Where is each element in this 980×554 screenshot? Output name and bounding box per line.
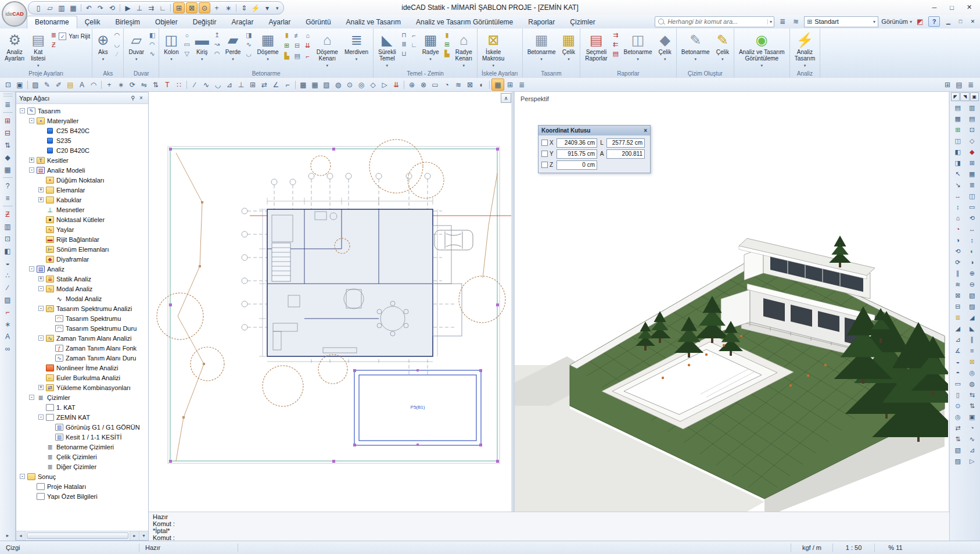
draw-tool-icon[interactable]: ◍ [332,79,344,90]
small-tool-icon[interactable]: ∿ [244,40,253,49]
draw-tool-icon[interactable]: ≣ [965,79,977,90]
draw-tool-icon[interactable]: ⊡ [2,79,14,90]
right-tool-icon[interactable]: ▭ [951,378,965,389]
status-unit[interactable]: kgf / m [791,544,832,552]
perde[interactable]: ▰Perde▾ [222,29,244,70]
app-logo-icon[interactable]: ideCAD [2,1,27,27]
right-tool-icon[interactable]: ⟲ [951,246,965,256]
right-tool-icon[interactable]: ▧ [965,290,979,301]
tree-item[interactable]: -▤Analiz Modeli [17,165,148,175]
mdi-close-button[interactable]: ✕ [967,17,978,27]
right-tool-icon[interactable]: ∥ [965,334,979,345]
close-button[interactable]: ✕ [961,2,977,13]
quick-tool-icon[interactable]: ⟲ [107,3,117,13]
quick-tool-icon[interactable]: ∗ [223,3,234,13]
rapor-celik[interactable]: ◆Çelik▾ [656,29,674,70]
tree-item[interactable]: +⇊Statik Analiz [17,274,148,284]
side-tool-icon[interactable]: ≣ [2,99,14,110]
right-tool-icon[interactable]: ◎ [951,412,965,422]
tree-item[interactable]: -ZEMİN KAT [17,412,148,422]
tasarim-betonarme[interactable]: ▦Betonarme▾ [525,29,559,70]
coordinate-field[interactable]: 2409.36 cm [557,138,597,148]
expand-icon[interactable]: + [38,276,44,281]
draw-tool-icon[interactable]: ◡ [212,79,224,90]
minimize-button[interactable]: ─ [927,2,942,13]
draw-tool-icon[interactable]: ◔ [441,79,453,90]
tab-objeler[interactable]: Objeler [148,16,185,28]
draw-tool-icon[interactable]: ⊥ [235,79,247,90]
small-tool-icon[interactable]: ⊓ [400,31,409,40]
axis-checkbox[interactable] [541,140,548,146]
tasarim-celik[interactable]: ▦Çelik▾ [559,29,579,70]
quick-tool-icon[interactable]: ▦ [68,3,78,13]
tree-item[interactable]: +◠Tasarım Spektrumu Duru [17,323,148,333]
maximize-button[interactable]: □ [944,2,960,13]
tree-item[interactable]: +Nonlineer İtme Analizi [17,363,148,373]
quick-tool-icon[interactable]: ▥ [56,3,67,13]
small-tool-icon[interactable]: ∕ [112,49,121,58]
draw-tool-icon[interactable]: ▷ [379,79,390,90]
collapse-icon[interactable]: - [29,118,34,123]
doseme-kenari[interactable]: ⌂DöşemeKenarı▾ [314,29,341,70]
draw-tool-icon[interactable]: ▦ [309,79,321,90]
draw-tool-icon[interactable]: + [103,79,115,90]
small-tool-icon[interactable]: ◧ [148,31,157,40]
duvar[interactable]: ▱Duvar▾ [125,29,147,70]
right-tool-icon[interactable]: ⊙ [951,401,965,411]
small-tool-icon[interactable]: ◠ [112,31,121,40]
coordinate-box-titlebar[interactable]: Koordinat Kutusu × [539,126,650,135]
draw-tool-icon[interactable]: ◎ [356,79,367,90]
collapse-icon[interactable]: - [29,167,34,173]
draw-tool-icon[interactable]: ▦ [491,78,504,91]
tree-item[interactable]: -∿Zaman Tanım Alanı Analizi [17,333,148,343]
right-tool-icon[interactable]: ↘ [951,180,965,190]
small-tool-icon[interactable]: ⌐ [410,31,419,40]
right-tool-icon[interactable]: ⊖ [965,279,979,289]
axis-checkbox[interactable] [541,151,548,157]
coordinate-field[interactable]: 915.75 cm [557,149,597,159]
aks[interactable]: ⊕Aks▾ [94,29,112,70]
tree-item[interactable]: -▤Analiz [17,264,148,274]
side-tool-icon[interactable]: ∗ [2,319,14,330]
small-tool-icon[interactable]: ▮ [443,31,452,40]
scrollbar-thumb[interactable] [27,532,128,539]
tab-analiz-ve-tasarım-görüntüleme[interactable]: Analiz ve Tasarım Görüntüleme [408,16,520,28]
draw-tool-icon[interactable]: ▭ [429,79,441,90]
analiz-tasarim[interactable]: ⚡AnalizTasarım▾ [792,29,819,70]
quick-tool-icon[interactable]: ⇕ [239,3,249,13]
tab-ayarlar[interactable]: Ayarlar [261,16,298,28]
tree-item[interactable]: +S235 [17,135,148,145]
quick-tool-icon[interactable]: ↷ [95,3,106,13]
workspace-icon[interactable]: ◩ [915,17,925,27]
draw-tool-icon[interactable]: ⊙ [344,79,356,90]
right-tool-icon[interactable]: ◣ [965,323,979,334]
tree-item[interactable]: +≣Diğer Çizimler [17,462,148,471]
draw-tool-icon[interactable]: ⊠ [464,79,476,90]
small-tool-icon[interactable]: ▮ [282,31,292,40]
right-tool-icon[interactable]: ◢ [951,323,965,334]
right-tool-icon[interactable]: ↔ [951,191,965,201]
draw-tool-icon[interactable]: ⇄ [259,79,270,90]
right-tool-icon[interactable]: ⟳ [951,257,965,267]
tree-item[interactable]: -Sonuç [17,471,148,481]
expand-icon[interactable]: + [38,197,44,202]
tree-item[interactable]: -≣Çizimler [17,392,148,402]
draw-tool-icon[interactable]: ◠ [88,79,99,90]
small-tool-icon[interactable]: ◡ [112,40,121,49]
right-tool-icon[interactable]: ◓ [951,367,965,378]
small-tool-icon[interactable]: ⊔ [400,49,409,58]
tree-item[interactable]: +▬Rijit Bağlantılar [17,234,148,244]
small-tool-icon[interactable]: ⇉ [611,31,620,40]
tree-item[interactable]: +⇄Yükleme Kombinasyonları [17,383,148,392]
tab-araçlar[interactable]: Araçlar [224,16,261,28]
right-tool-icon[interactable]: ▣ [965,412,979,422]
right-tool-icon[interactable]: ▨ [951,456,965,466]
tree-item[interactable]: -▪Materyaller [17,116,148,126]
small-tool-icon[interactable]: ○ [182,31,192,40]
side-tool-icon[interactable]: ∴ [2,270,14,281]
right-tool-icon[interactable]: ▧ [951,445,965,455]
collapse-icon[interactable]: - [38,306,44,311]
right-tool-icon[interactable]: ◔ [951,224,965,234]
draw-tool-icon[interactable]: ∠ [270,79,282,90]
tree-item[interactable]: +Yapı Özet Bilgileri [17,491,148,501]
